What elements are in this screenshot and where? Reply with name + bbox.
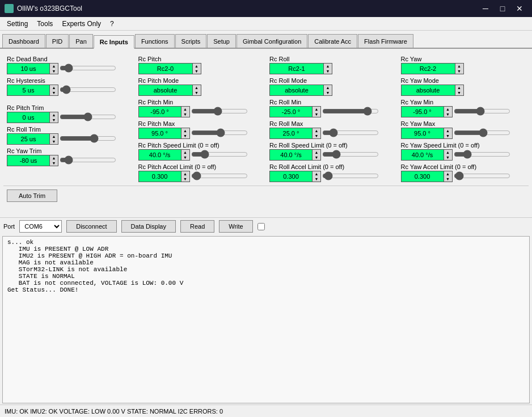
rc-roll-max-range[interactable] [322, 129, 379, 137]
rc-yaw-max-down[interactable]: ▼ [444, 133, 452, 138]
rc-yaw-trim-input[interactable] [7, 155, 49, 166]
rc-pitch-max-up[interactable]: ▲ [181, 128, 189, 133]
rc-roll-max-input[interactable] [269, 128, 312, 139]
rc-roll-min-down[interactable]: ▼ [313, 112, 320, 117]
rc-roll-speed-input[interactable] [269, 149, 312, 161]
rc-yaw-trim-down[interactable]: ▼ [50, 161, 58, 166]
rc-pitch-trim-range[interactable] [60, 113, 116, 121]
rc-roll-min-range[interactable] [322, 107, 379, 115]
rc-roll-max-up[interactable]: ▲ [313, 128, 320, 133]
tab-scripts[interactable]: Scripts [175, 34, 207, 48]
write-button[interactable]: Write [219, 220, 252, 233]
menu-tools[interactable]: Tools [32, 19, 57, 29]
rc-yaw-speed-range[interactable] [454, 150, 510, 158]
rc-pitch-min-range[interactable] [191, 107, 248, 115]
rc-roll-accel-input[interactable] [269, 171, 312, 182]
rc-roll-mode-down[interactable]: ▼ [324, 90, 332, 95]
rc-pitch-accel-input[interactable] [138, 171, 181, 182]
rc-yaw-trim-up[interactable]: ▲ [50, 155, 58, 161]
rc-pitch-mode-up[interactable]: ▲ [193, 85, 201, 90]
rc-yaw-accel-up[interactable]: ▲ [444, 171, 452, 176]
console-area[interactable]: s... ok IMU is PRESENT @ LOW ADR IMU2 is… [2, 236, 530, 403]
rc-yaw-accel-down[interactable]: ▼ [444, 176, 452, 182]
rc-roll-min-input[interactable] [269, 106, 312, 117]
rc-yaw-trim-range[interactable] [60, 156, 116, 164]
rc-yaw-input[interactable] [401, 63, 455, 74]
rc-yaw-speed-up[interactable]: ▲ [444, 150, 452, 155]
rc-yaw-accel-range[interactable] [454, 172, 510, 180]
rc-hysteresis-input[interactable] [7, 85, 49, 96]
rc-pitch-min-down[interactable]: ▼ [181, 112, 189, 117]
rc-pitch-accel-down[interactable]: ▼ [181, 176, 189, 182]
rc-yaw-min-range[interactable] [454, 107, 510, 115]
rc-hysteresis-down[interactable]: ▼ [50, 90, 58, 95]
rc-hysteresis-range[interactable] [60, 86, 116, 94]
tab-flash[interactable]: Flash Firmware [358, 34, 413, 48]
menu-help[interactable]: ? [105, 19, 119, 29]
rc-pitch-mode-down[interactable]: ▼ [193, 90, 201, 95]
rc-yaw-speed-down[interactable]: ▼ [444, 155, 452, 160]
rc-roll-trim-range[interactable] [60, 134, 116, 142]
rc-yaw-min-up[interactable]: ▲ [444, 107, 452, 112]
rc-yaw-max-input[interactable] [401, 128, 444, 139]
port-select[interactable]: COM6 COM1 COM2 COM3 COM4 COM5 COM7 COM8 [19, 220, 62, 233]
rc-yaw-mode-input[interactable] [401, 85, 455, 96]
rc-yaw-min-input[interactable] [401, 106, 444, 117]
rc-pitch-down[interactable]: ▼ [193, 69, 201, 74]
rc-roll-trim-input[interactable] [7, 133, 49, 145]
rc-dead-band-range[interactable] [60, 64, 116, 72]
rc-roll-input[interactable] [269, 63, 323, 74]
auto-trim-button[interactable]: Auto Trim [7, 189, 57, 202]
tab-pid[interactable]: PID [46, 34, 69, 48]
rc-pitch-speed-input[interactable] [138, 149, 181, 161]
close-button[interactable]: ✕ [512, 3, 527, 14]
maximize-button[interactable]: □ [495, 3, 510, 14]
menu-experts-only[interactable]: Experts Only [57, 19, 105, 29]
data-display-button[interactable]: Data Display [121, 220, 176, 233]
rc-roll-accel-up[interactable]: ▲ [313, 171, 320, 176]
rc-yaw-min-down[interactable]: ▼ [444, 112, 452, 117]
rc-pitch-speed-down[interactable]: ▼ [181, 155, 189, 160]
rc-roll-up[interactable]: ▲ [324, 64, 332, 69]
rc-roll-accel-down[interactable]: ▼ [313, 176, 320, 182]
rc-pitch-up[interactable]: ▲ [193, 64, 201, 69]
rc-pitch-trim-down[interactable]: ▼ [50, 117, 58, 123]
rc-roll-max-down[interactable]: ▼ [313, 133, 320, 138]
rc-roll-speed-down[interactable]: ▼ [313, 155, 320, 160]
tab-functions[interactable]: Functions [135, 34, 175, 48]
tab-setup[interactable]: Setup [207, 34, 236, 48]
rc-pitch-trim-input[interactable] [7, 112, 49, 123]
rc-dead-band-down[interactable]: ▼ [50, 69, 58, 74]
tab-gimbal[interactable]: Gimbal Configuration [237, 34, 307, 48]
tab-calibrate[interactable]: Calibrate Acc [308, 34, 357, 48]
rc-roll-accel-range[interactable] [322, 172, 379, 180]
rc-pitch-speed-up[interactable]: ▲ [181, 150, 189, 155]
rc-yaw-max-range[interactable] [454, 129, 510, 137]
rc-pitch-min-up[interactable]: ▲ [181, 107, 189, 112]
rc-pitch-mode-input[interactable] [138, 85, 192, 96]
rc-pitch-max-range[interactable] [191, 129, 248, 137]
rc-yaw-down[interactable]: ▼ [455, 69, 463, 74]
rc-pitch-accel-up[interactable]: ▲ [181, 171, 189, 176]
rc-yaw-mode-down[interactable]: ▼ [455, 90, 463, 95]
rc-pitch-speed-range[interactable] [191, 150, 248, 158]
rc-yaw-max-up[interactable]: ▲ [444, 128, 452, 133]
rc-pitch-max-input[interactable] [138, 128, 181, 139]
rc-roll-trim-up[interactable]: ▲ [50, 134, 58, 139]
rc-roll-mode-up[interactable]: ▲ [324, 85, 332, 90]
tab-dashboard[interactable]: Dashboard [2, 34, 45, 48]
rc-roll-trim-down[interactable]: ▼ [50, 139, 58, 144]
rc-roll-speed-range[interactable] [322, 150, 379, 158]
rc-hysteresis-up[interactable]: ▲ [50, 85, 58, 90]
tab-rc-inputs[interactable]: Rc Inputs [94, 35, 134, 49]
rc-yaw-mode-up[interactable]: ▲ [455, 85, 463, 90]
rc-pitch-trim-up[interactable]: ▲ [50, 112, 58, 117]
rc-pitch-max-down[interactable]: ▼ [181, 133, 189, 138]
rc-dead-band-input[interactable] [7, 63, 49, 74]
read-button[interactable]: Read [180, 220, 214, 233]
rc-roll-mode-input[interactable] [269, 85, 323, 96]
option-checkbox[interactable] [257, 223, 265, 230]
menu-setting[interactable]: Setting [2, 19, 32, 29]
rc-yaw-speed-input[interactable] [401, 149, 444, 161]
rc-roll-speed-up[interactable]: ▲ [313, 150, 320, 155]
